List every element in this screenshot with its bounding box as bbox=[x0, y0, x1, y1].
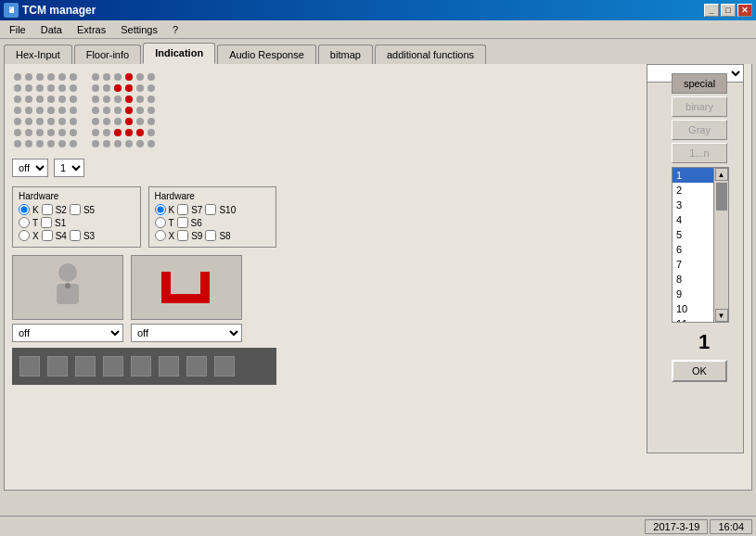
indication-select1[interactable]: off on bbox=[12, 159, 48, 177]
list-item[interactable]: 6 bbox=[673, 242, 713, 257]
list-item[interactable]: 1 bbox=[673, 168, 713, 183]
close-button[interactable]: ✕ bbox=[737, 4, 752, 17]
hw1-check-s4[interactable] bbox=[42, 230, 53, 241]
btn-binary[interactable]: binary bbox=[672, 96, 727, 117]
indication-selects: off on 1 2 3 4 5 bbox=[12, 159, 276, 177]
bottom-square-2 bbox=[47, 356, 68, 376]
bottom-square-6 bbox=[159, 356, 179, 376]
svg-point-2 bbox=[36, 73, 44, 81]
svg-point-53 bbox=[147, 84, 155, 92]
hw2-check-s6[interactable] bbox=[177, 217, 188, 228]
tab-indication[interactable]: Indication bbox=[143, 43, 215, 64]
svg-point-36 bbox=[14, 140, 21, 147]
svg-point-21 bbox=[47, 107, 55, 114]
list-item[interactable]: 4 bbox=[673, 212, 713, 227]
preview-box-2 bbox=[131, 255, 242, 320]
svg-rect-96 bbox=[161, 272, 171, 298]
hw1-radio-k[interactable] bbox=[19, 204, 30, 215]
list-item[interactable]: 3 bbox=[673, 198, 713, 212]
list-item[interactable]: 9 bbox=[673, 287, 713, 301]
svg-point-49 bbox=[103, 84, 110, 92]
svg-point-87 bbox=[125, 96, 133, 103]
list-item[interactable]: 2 bbox=[673, 183, 713, 198]
svg-point-81 bbox=[125, 140, 133, 147]
btn-special[interactable]: special bbox=[672, 73, 727, 94]
menu-help[interactable]: ? bbox=[167, 22, 184, 37]
svg-point-9 bbox=[47, 84, 55, 92]
list-item[interactable]: 10 bbox=[673, 301, 713, 316]
scroll-up-arrow[interactable]: ▲ bbox=[715, 168, 728, 181]
svg-point-25 bbox=[25, 118, 32, 125]
menu-extras[interactable]: Extras bbox=[71, 22, 111, 37]
hw1-check-s5[interactable] bbox=[70, 204, 81, 215]
svg-point-10 bbox=[58, 84, 66, 92]
maximize-button[interactable]: □ bbox=[721, 4, 736, 17]
svg-point-93 bbox=[58, 263, 77, 282]
hw1-radio-t[interactable] bbox=[19, 217, 30, 228]
bottom-square-4 bbox=[103, 356, 123, 376]
tab-audio-response[interactable]: Audio Response bbox=[217, 45, 316, 64]
svg-point-12 bbox=[14, 96, 21, 103]
svg-point-11 bbox=[70, 84, 77, 92]
svg-point-84 bbox=[125, 73, 133, 81]
svg-point-83 bbox=[147, 140, 155, 147]
scroll-thumb[interactable] bbox=[716, 183, 727, 211]
btn-gray[interactable]: Gray bbox=[672, 120, 727, 140]
number-list[interactable]: 1 2 3 4 5 6 7 8 9 10 11 12 bbox=[673, 168, 713, 322]
hw2-check-s9[interactable] bbox=[177, 230, 188, 241]
svg-point-20 bbox=[36, 107, 44, 114]
svg-point-14 bbox=[36, 96, 44, 103]
svg-point-80 bbox=[114, 140, 122, 147]
scroll-down-arrow[interactable]: ▼ bbox=[715, 309, 728, 322]
svg-point-37 bbox=[25, 140, 32, 147]
svg-point-60 bbox=[92, 107, 99, 114]
menu-settings[interactable]: Settings bbox=[115, 22, 163, 37]
svg-point-47 bbox=[147, 73, 155, 81]
svg-point-90 bbox=[114, 129, 122, 136]
indication-select2[interactable]: 1 2 3 4 5 bbox=[54, 159, 84, 177]
svg-point-89 bbox=[125, 118, 133, 125]
svg-point-67 bbox=[103, 118, 110, 125]
svg-point-48 bbox=[92, 84, 99, 92]
svg-point-64 bbox=[136, 107, 144, 114]
indication-panel: off on 1 2 3 4 5 Hardware K S2 bbox=[12, 71, 276, 385]
svg-point-73 bbox=[103, 129, 110, 136]
hw2-radio-k[interactable] bbox=[155, 204, 166, 215]
bottom-square-3 bbox=[75, 356, 96, 376]
hw1-radio-x[interactable] bbox=[19, 230, 30, 241]
list-item[interactable]: 7 bbox=[673, 257, 713, 272]
svg-point-27 bbox=[47, 118, 55, 125]
preview2-select[interactable]: off on bbox=[131, 324, 242, 342]
menu-file[interactable]: File bbox=[4, 22, 32, 37]
hw2-check-s10[interactable] bbox=[205, 204, 216, 215]
hw1-check-s1[interactable] bbox=[41, 217, 52, 228]
menu-data[interactable]: Data bbox=[35, 22, 68, 37]
list-item[interactable]: 5 bbox=[673, 227, 713, 242]
hw2-radio-t[interactable] bbox=[155, 217, 166, 228]
tab-additional-functions[interactable]: additional functions bbox=[375, 45, 486, 64]
hw2-title: Hardware bbox=[155, 191, 271, 201]
hw1-check-s2[interactable] bbox=[42, 204, 53, 215]
hw2-radio-x[interactable] bbox=[155, 230, 166, 241]
svg-point-5 bbox=[70, 73, 77, 81]
hw1-title: Hardware bbox=[19, 191, 135, 201]
svg-point-32 bbox=[36, 129, 44, 136]
preview1-select[interactable]: off on bbox=[12, 324, 123, 342]
svg-point-46 bbox=[136, 73, 144, 81]
svg-point-43 bbox=[103, 73, 110, 81]
ok-button[interactable]: OK bbox=[672, 360, 727, 382]
list-item[interactable]: 8 bbox=[673, 272, 713, 287]
svg-point-16 bbox=[58, 96, 66, 103]
tab-floor-info[interactable]: Floor-info bbox=[74, 45, 141, 64]
hw2-check-s7[interactable] bbox=[177, 204, 188, 215]
tab-hex-input[interactable]: Hex-Input bbox=[4, 45, 72, 64]
tab-bitmap[interactable]: bitmap bbox=[318, 45, 373, 64]
minimize-button[interactable]: _ bbox=[704, 4, 719, 17]
btn-1ton[interactable]: 1...n bbox=[672, 143, 727, 163]
svg-point-82 bbox=[136, 140, 144, 147]
hardware-group-1: Hardware K S2 S5 T S1 X bbox=[12, 186, 141, 248]
hw2-check-s8[interactable] bbox=[205, 230, 216, 241]
svg-point-15 bbox=[47, 96, 55, 103]
hw1-check-s3[interactable] bbox=[70, 230, 81, 241]
list-item[interactable]: 11 bbox=[673, 316, 713, 322]
